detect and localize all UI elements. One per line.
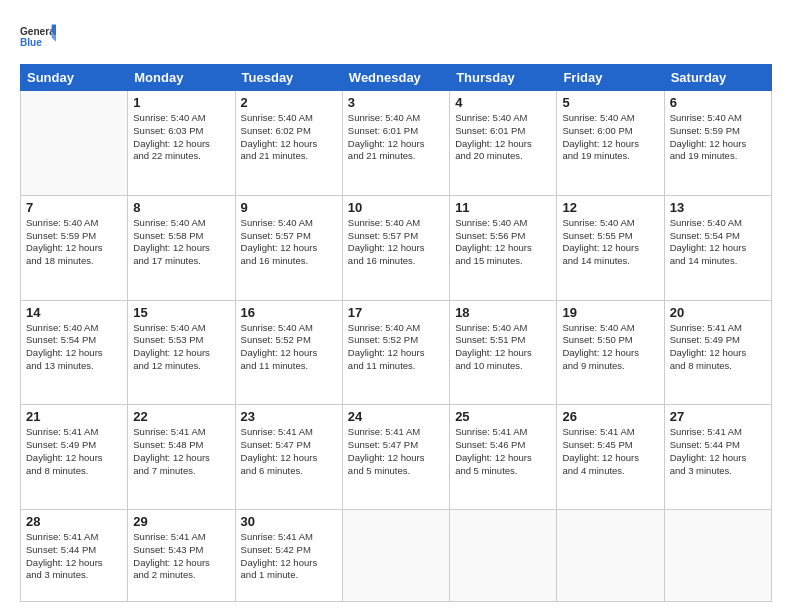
day-info: Sunrise: 5:40 AMSunset: 5:52 PMDaylight:… xyxy=(241,322,337,373)
day-info: Sunrise: 5:40 AMSunset: 5:52 PMDaylight:… xyxy=(348,322,444,373)
day-number: 20 xyxy=(670,305,766,320)
col-saturday: Saturday xyxy=(664,65,771,91)
col-tuesday: Tuesday xyxy=(235,65,342,91)
calendar-cell: 21Sunrise: 5:41 AMSunset: 5:49 PMDayligh… xyxy=(21,405,128,510)
day-info: Sunrise: 5:41 AMSunset: 5:49 PMDaylight:… xyxy=(670,322,766,373)
day-info: Sunrise: 5:40 AMSunset: 5:55 PMDaylight:… xyxy=(562,217,658,268)
day-number: 28 xyxy=(26,514,122,529)
day-number: 8 xyxy=(133,200,229,215)
calendar-cell: 14Sunrise: 5:40 AMSunset: 5:54 PMDayligh… xyxy=(21,300,128,405)
calendar-cell: 18Sunrise: 5:40 AMSunset: 5:51 PMDayligh… xyxy=(450,300,557,405)
day-number: 5 xyxy=(562,95,658,110)
calendar-cell: 28Sunrise: 5:41 AMSunset: 5:44 PMDayligh… xyxy=(21,510,128,602)
day-info: Sunrise: 5:41 AMSunset: 5:46 PMDaylight:… xyxy=(455,426,551,477)
calendar-cell: 3Sunrise: 5:40 AMSunset: 6:01 PMDaylight… xyxy=(342,91,449,196)
calendar-cell: 25Sunrise: 5:41 AMSunset: 5:46 PMDayligh… xyxy=(450,405,557,510)
day-info: Sunrise: 5:40 AMSunset: 5:56 PMDaylight:… xyxy=(455,217,551,268)
calendar-cell: 2Sunrise: 5:40 AMSunset: 6:02 PMDaylight… xyxy=(235,91,342,196)
day-info: Sunrise: 5:41 AMSunset: 5:45 PMDaylight:… xyxy=(562,426,658,477)
day-info: Sunrise: 5:40 AMSunset: 5:57 PMDaylight:… xyxy=(348,217,444,268)
header: General Blue xyxy=(20,18,772,54)
calendar-cell xyxy=(450,510,557,602)
calendar-cell: 6Sunrise: 5:40 AMSunset: 5:59 PMDaylight… xyxy=(664,91,771,196)
col-monday: Monday xyxy=(128,65,235,91)
col-thursday: Thursday xyxy=(450,65,557,91)
day-info: Sunrise: 5:41 AMSunset: 5:49 PMDaylight:… xyxy=(26,426,122,477)
calendar-cell: 22Sunrise: 5:41 AMSunset: 5:48 PMDayligh… xyxy=(128,405,235,510)
day-number: 29 xyxy=(133,514,229,529)
day-number: 6 xyxy=(670,95,766,110)
day-number: 7 xyxy=(26,200,122,215)
day-number: 18 xyxy=(455,305,551,320)
day-info: Sunrise: 5:41 AMSunset: 5:48 PMDaylight:… xyxy=(133,426,229,477)
day-number: 12 xyxy=(562,200,658,215)
calendar-cell: 20Sunrise: 5:41 AMSunset: 5:49 PMDayligh… xyxy=(664,300,771,405)
calendar-cell: 9Sunrise: 5:40 AMSunset: 5:57 PMDaylight… xyxy=(235,195,342,300)
calendar-cell: 29Sunrise: 5:41 AMSunset: 5:43 PMDayligh… xyxy=(128,510,235,602)
calendar-cell: 26Sunrise: 5:41 AMSunset: 5:45 PMDayligh… xyxy=(557,405,664,510)
logo-svg: General Blue xyxy=(20,18,56,54)
calendar-cell xyxy=(342,510,449,602)
svg-text:General: General xyxy=(20,26,56,37)
day-info: Sunrise: 5:40 AMSunset: 5:59 PMDaylight:… xyxy=(26,217,122,268)
day-number: 4 xyxy=(455,95,551,110)
day-info: Sunrise: 5:41 AMSunset: 5:43 PMDaylight:… xyxy=(133,531,229,582)
day-number: 21 xyxy=(26,409,122,424)
day-info: Sunrise: 5:40 AMSunset: 6:01 PMDaylight:… xyxy=(348,112,444,163)
day-number: 11 xyxy=(455,200,551,215)
day-info: Sunrise: 5:40 AMSunset: 5:54 PMDaylight:… xyxy=(670,217,766,268)
day-number: 16 xyxy=(241,305,337,320)
day-info: Sunrise: 5:40 AMSunset: 5:54 PMDaylight:… xyxy=(26,322,122,373)
calendar-cell: 8Sunrise: 5:40 AMSunset: 5:58 PMDaylight… xyxy=(128,195,235,300)
day-number: 9 xyxy=(241,200,337,215)
day-number: 10 xyxy=(348,200,444,215)
day-info: Sunrise: 5:40 AMSunset: 5:53 PMDaylight:… xyxy=(133,322,229,373)
day-info: Sunrise: 5:40 AMSunset: 6:03 PMDaylight:… xyxy=(133,112,229,163)
svg-text:Blue: Blue xyxy=(20,37,42,48)
day-number: 1 xyxy=(133,95,229,110)
col-friday: Friday xyxy=(557,65,664,91)
day-info: Sunrise: 5:40 AMSunset: 5:57 PMDaylight:… xyxy=(241,217,337,268)
day-number: 14 xyxy=(26,305,122,320)
calendar-cell: 30Sunrise: 5:41 AMSunset: 5:42 PMDayligh… xyxy=(235,510,342,602)
calendar-cell: 11Sunrise: 5:40 AMSunset: 5:56 PMDayligh… xyxy=(450,195,557,300)
calendar-cell: 12Sunrise: 5:40 AMSunset: 5:55 PMDayligh… xyxy=(557,195,664,300)
calendar-cell: 27Sunrise: 5:41 AMSunset: 5:44 PMDayligh… xyxy=(664,405,771,510)
day-number: 15 xyxy=(133,305,229,320)
day-number: 13 xyxy=(670,200,766,215)
calendar-cell: 23Sunrise: 5:41 AMSunset: 5:47 PMDayligh… xyxy=(235,405,342,510)
calendar-cell: 19Sunrise: 5:40 AMSunset: 5:50 PMDayligh… xyxy=(557,300,664,405)
day-info: Sunrise: 5:40 AMSunset: 5:59 PMDaylight:… xyxy=(670,112,766,163)
calendar-cell: 15Sunrise: 5:40 AMSunset: 5:53 PMDayligh… xyxy=(128,300,235,405)
calendar-cell: 13Sunrise: 5:40 AMSunset: 5:54 PMDayligh… xyxy=(664,195,771,300)
day-info: Sunrise: 5:41 AMSunset: 5:47 PMDaylight:… xyxy=(348,426,444,477)
calendar-cell: 16Sunrise: 5:40 AMSunset: 5:52 PMDayligh… xyxy=(235,300,342,405)
day-number: 26 xyxy=(562,409,658,424)
calendar-cell: 17Sunrise: 5:40 AMSunset: 5:52 PMDayligh… xyxy=(342,300,449,405)
logo: General Blue xyxy=(20,18,56,54)
col-sunday: Sunday xyxy=(21,65,128,91)
day-info: Sunrise: 5:40 AMSunset: 5:51 PMDaylight:… xyxy=(455,322,551,373)
day-number: 3 xyxy=(348,95,444,110)
calendar-cell: 5Sunrise: 5:40 AMSunset: 6:00 PMDaylight… xyxy=(557,91,664,196)
day-number: 2 xyxy=(241,95,337,110)
calendar-cell: 1Sunrise: 5:40 AMSunset: 6:03 PMDaylight… xyxy=(128,91,235,196)
calendar-cell xyxy=(557,510,664,602)
day-info: Sunrise: 5:40 AMSunset: 6:00 PMDaylight:… xyxy=(562,112,658,163)
day-info: Sunrise: 5:41 AMSunset: 5:42 PMDaylight:… xyxy=(241,531,337,582)
day-number: 22 xyxy=(133,409,229,424)
calendar-header-row: Sunday Monday Tuesday Wednesday Thursday… xyxy=(21,65,772,91)
day-number: 17 xyxy=(348,305,444,320)
col-wednesday: Wednesday xyxy=(342,65,449,91)
day-info: Sunrise: 5:40 AMSunset: 5:50 PMDaylight:… xyxy=(562,322,658,373)
day-number: 19 xyxy=(562,305,658,320)
day-number: 23 xyxy=(241,409,337,424)
calendar: Sunday Monday Tuesday Wednesday Thursday… xyxy=(20,64,772,602)
calendar-cell: 4Sunrise: 5:40 AMSunset: 6:01 PMDaylight… xyxy=(450,91,557,196)
day-number: 25 xyxy=(455,409,551,424)
day-number: 30 xyxy=(241,514,337,529)
day-info: Sunrise: 5:40 AMSunset: 6:01 PMDaylight:… xyxy=(455,112,551,163)
day-info: Sunrise: 5:41 AMSunset: 5:44 PMDaylight:… xyxy=(26,531,122,582)
calendar-cell: 24Sunrise: 5:41 AMSunset: 5:47 PMDayligh… xyxy=(342,405,449,510)
calendar-cell: 10Sunrise: 5:40 AMSunset: 5:57 PMDayligh… xyxy=(342,195,449,300)
